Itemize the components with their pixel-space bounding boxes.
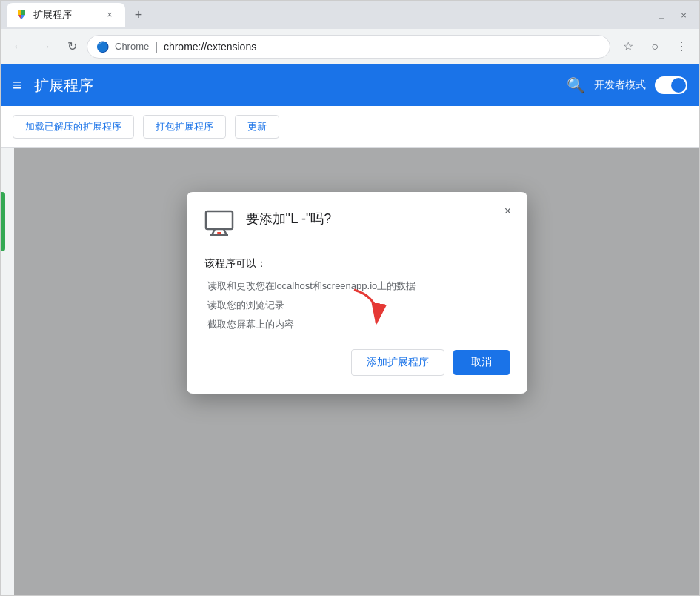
dialog-header: 要添加"ᒪ -"吗? — [204, 210, 510, 242]
dialog-title: 要添加"ᒪ -"吗? — [246, 210, 332, 228]
dialog-footer: 添加扩展程序 取消 — [204, 349, 510, 376]
monitor-icon — [204, 210, 234, 242]
pack-extension-button[interactable]: 打包扩展程序 — [143, 115, 226, 139]
close-button[interactable]: × — [674, 7, 693, 23]
dev-mode-label: 开发者模式 — [594, 79, 646, 92]
address-separator: | — [155, 41, 158, 53]
address-url: chrome://extensions — [164, 41, 256, 53]
dialog-overlay: × 要添加"ᒪ -"吗? — [14, 148, 699, 595]
dialog-close-button[interactable]: × — [498, 201, 519, 222]
sidebar-hint — [1, 148, 14, 595]
sidebar-toggle-button[interactable]: ≡ — [13, 76, 22, 95]
browser-tab[interactable]: 扩展程序 × — [7, 3, 125, 27]
toolbar: 加载已解压的扩展程序 打包扩展程序 更新 — [1, 106, 699, 148]
dev-mode-toggle[interactable] — [655, 76, 687, 94]
bookmark-button[interactable]: ☆ — [616, 35, 640, 59]
cancel-button[interactable]: 取消 — [453, 350, 510, 375]
add-extension-dialog: × 要添加"ᒪ -"吗? — [187, 192, 527, 394]
header-actions: 🔍 开发者模式 — [567, 76, 687, 94]
account-button[interactable]: ○ — [643, 35, 667, 59]
dialog-section-title: 该程序可以： — [204, 257, 510, 271]
svg-marker-2 — [18, 10, 21, 15]
tab-close-button[interactable]: × — [103, 8, 116, 21]
new-tab-button[interactable]: + — [128, 4, 149, 25]
svg-rect-4 — [206, 211, 233, 229]
add-extension-button[interactable]: 添加扩展程序 — [351, 349, 444, 376]
permission-item-1: 读取和更改您在localhost和screenapp.io上的数据 — [204, 279, 510, 293]
svg-rect-8 — [217, 232, 221, 234]
tab-favicon — [16, 9, 27, 21]
site-label: Chrome — [115, 41, 149, 52]
svg-marker-1 — [21, 10, 25, 15]
chrome-menu-button[interactable]: ⋮ — [670, 35, 693, 59]
permission-item-2: 读取您的浏览记录 — [204, 299, 510, 312]
address-bar[interactable]: 🔵 Chrome | chrome://extensions — [87, 35, 610, 59]
sidebar-green-indicator — [1, 192, 5, 251]
tab-title: 扩展程序 — [33, 8, 99, 21]
svg-marker-3 — [18, 15, 21, 19]
permission-item-3: 截取您屏幕上的内容 — [204, 318, 510, 331]
load-unpacked-button[interactable]: 加载已解压的扩展程序 — [13, 115, 134, 139]
back-button[interactable]: ← — [7, 35, 30, 59]
app-header: ≡ 扩展程序 🔍 开发者模式 — [1, 64, 699, 106]
nav-right-buttons: ☆ ○ ⋮ — [616, 35, 693, 59]
forward-button[interactable]: → — [33, 35, 57, 59]
minimize-button[interactable]: — — [630, 7, 649, 23]
app-title: 扩展程序 — [34, 76, 567, 96]
main-content: × 要添加"ᒪ -"吗? — [1, 148, 699, 595]
update-button[interactable]: 更新 — [235, 115, 279, 139]
search-button[interactable]: 🔍 — [567, 76, 585, 94]
refresh-button[interactable]: ↻ — [60, 35, 84, 59]
browser-window: 扩展程序 × + — □ × ← → ↻ 🔵 Chrome | chrome:/… — [0, 0, 700, 596]
dialog-body: 该程序可以： 读取和更改您在localhost和screenapp.io上的数据… — [204, 257, 510, 331]
navigation-bar: ← → ↻ 🔵 Chrome | chrome://extensions ☆ ○… — [1, 29, 699, 64]
content-area: × 要添加"ᒪ -"吗? — [14, 148, 699, 595]
secure-icon: 🔵 — [96, 41, 109, 53]
title-bar: 扩展程序 × + — □ × — [1, 1, 699, 29]
maximize-button[interactable]: □ — [652, 7, 671, 23]
window-controls: — □ × — [630, 7, 693, 23]
